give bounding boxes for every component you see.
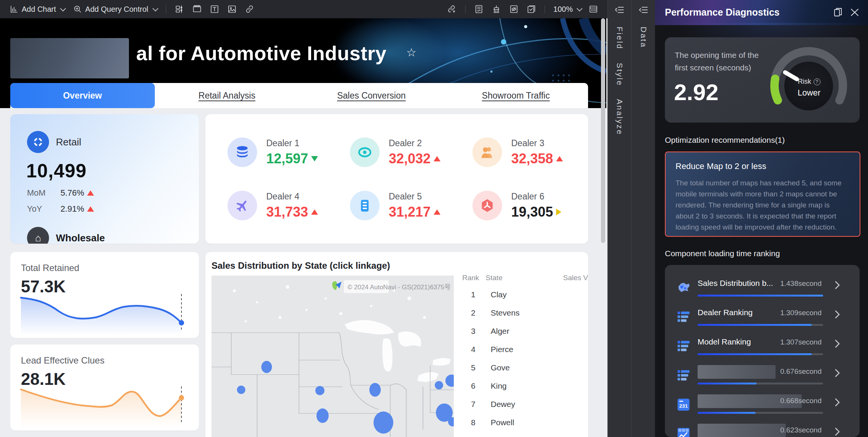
search-plus-icon: [73, 5, 82, 13]
close-icon[interactable]: [850, 7, 860, 19]
chevron-right-icon[interactable]: [835, 340, 840, 349]
performance-diagnostics-panel: Performance Diagnostics The opening time…: [655, 0, 868, 437]
dealer-2-kpi[interactable]: Dealer 2 32,032: [335, 126, 458, 179]
card-title: Lead Effective Clues: [21, 355, 199, 366]
tab-container-button[interactable]: [188, 0, 206, 18]
table-row[interactable]: 1Clay: [461, 285, 588, 304]
component-time: 1.438second: [780, 279, 822, 288]
risk-gauge: Risk? Lower: [764, 41, 854, 123]
canvas-scrollbar[interactable]: [601, 18, 605, 243]
dealer-name: Dealer 5: [389, 191, 440, 202]
panel-title: Performance Diagnostics: [665, 7, 780, 18]
chevron-right-icon[interactable]: [835, 427, 840, 437]
clean-style-button[interactable]: [488, 0, 505, 18]
list-item[interactable]: Sales Distribution b... 1.438second: [665, 273, 860, 303]
hide-component-button[interactable]: [505, 0, 523, 18]
table-row[interactable]: 9Franklin: [461, 432, 588, 437]
chevron-right-icon[interactable]: [835, 281, 840, 291]
chevron-down-icon: [60, 5, 66, 11]
airplane-icon: [227, 191, 257, 220]
rank-cell: 3: [461, 327, 485, 336]
tab-label: Overview: [63, 91, 102, 101]
first-screen-time-value: 2.92: [674, 79, 719, 105]
recommendation-card[interactable]: Reduce Map to 2 or less The total number…: [665, 152, 860, 237]
image-button[interactable]: [223, 0, 241, 18]
trend-up-icon: [311, 209, 318, 215]
tab-data[interactable]: Data: [639, 27, 648, 48]
dealer-5-kpi[interactable]: Dealer 5 31,217: [335, 179, 458, 232]
dealer-name: Dealer 4: [266, 191, 318, 202]
list-item[interactable]: 0.676second: [665, 361, 860, 391]
total-retained-card[interactable]: Total Retained 57.3K: [10, 252, 199, 338]
dealer-value: 31,217: [389, 204, 431, 220]
tab-analyze[interactable]: Analyze: [615, 99, 624, 136]
list-item[interactable]: Dealer Ranking 1.309second: [665, 303, 860, 332]
zoom-select[interactable]: 100%: [550, 5, 585, 14]
table-row[interactable]: 5Gove: [461, 359, 588, 377]
dealer-6-kpi[interactable]: Dealer 6 19,305: [458, 179, 580, 232]
chevron-right-icon[interactable]: [835, 310, 840, 320]
col-rank: Rank: [461, 274, 480, 282]
blue-sparkline: [17, 289, 192, 335]
table-row[interactable]: 7Dewey: [461, 395, 588, 413]
add-query-control-button[interactable]: Add Query Control: [69, 0, 161, 18]
tab-style[interactable]: Style: [615, 63, 624, 86]
help-icon[interactable]: ?: [814, 78, 820, 85]
favorite-star-icon[interactable]: ☆: [406, 46, 417, 59]
rank-cell: 4: [461, 345, 485, 354]
table-row[interactable]: 4Pierce: [461, 340, 588, 359]
trend-up-icon: [434, 156, 440, 161]
svg-text:231: 231: [679, 403, 688, 409]
dealer-1-kpi[interactable]: Dealer 1 12,597: [213, 126, 335, 179]
redacted-component-name: [698, 424, 786, 437]
dealer-value: 19,305: [511, 204, 553, 220]
dashboard-canvas: Add Chart Add Query Control: [0, 0, 607, 437]
list-item[interactable]: Model Ranking 1.307second: [665, 332, 860, 361]
report-theme-button[interactable]: [470, 0, 488, 18]
global-linkage-filter-button[interactable]: [443, 0, 461, 18]
state-cell: Clay: [485, 290, 542, 299]
copy-icon[interactable]: [833, 7, 843, 19]
trend-flat-icon: [556, 209, 561, 215]
batch-select-button[interactable]: [523, 0, 540, 18]
text-button[interactable]: [206, 0, 223, 18]
grid-layout-button[interactable]: [585, 0, 602, 18]
collapse-panel-icon[interactable]: [639, 5, 649, 16]
chevron-right-icon[interactable]: [835, 369, 840, 379]
first-screen-time-card: The opening time of the first screen (se…: [665, 37, 860, 123]
dealer-3-kpi[interactable]: Dealer 3 32,358: [458, 126, 580, 179]
recommendation-body: The total number of maps has reached 5, …: [676, 177, 850, 233]
tab-retail-analysis[interactable]: Retail Analysis: [155, 83, 299, 108]
dealer-name: Dealer 6: [511, 191, 561, 202]
component-settings-button[interactable]: [171, 0, 188, 18]
state-cell: King: [485, 381, 542, 391]
orange-sparkline: [17, 382, 192, 427]
col-sales: Sales V: [548, 274, 588, 282]
tab-field[interactable]: Field: [615, 27, 624, 50]
table-row[interactable]: 3Alger: [461, 322, 588, 340]
collapse-panel-icon[interactable]: [615, 5, 625, 16]
gauge-description: The opening time of the first screen (se…: [675, 49, 770, 74]
dealer-4-kpi[interactable]: Dealer 4 31,733: [213, 179, 335, 232]
tab-sales-conversion[interactable]: Sales Conversion: [299, 83, 444, 108]
table-row[interactable]: 6King: [461, 377, 588, 395]
sales-distribution-card: Sales Distribution by State (click linka…: [205, 252, 588, 437]
tab-showroom-traffic[interactable]: Showroom Traffic: [444, 83, 588, 108]
tab-label: Retail Analysis: [199, 91, 256, 101]
list-item[interactable]: 231 0.668second: [665, 391, 860, 420]
lead-effective-clues-card[interactable]: Lead Effective Clues 28.1K: [10, 344, 199, 431]
add-chart-label: Add Chart: [22, 5, 56, 14]
trend-up-icon: [87, 190, 94, 196]
tab-overview[interactable]: Overview: [10, 83, 155, 108]
link-button[interactable]: [241, 0, 258, 18]
table-row[interactable]: 2Stevens: [461, 304, 588, 322]
top-toolbar: Add Chart Add Query Control: [0, 0, 607, 18]
list-item[interactable]: 0.623second: [665, 420, 860, 437]
data-panel-strip: Data: [631, 0, 655, 437]
retail-kpi-card[interactable]: Retail 10,499 MoM5.76% YoY2.91% ⌂ Wholes…: [10, 114, 199, 244]
add-chart-button[interactable]: Add Chart: [5, 0, 69, 18]
table-row[interactable]: 8Powell: [461, 413, 588, 432]
toolbar-divider: [545, 5, 545, 13]
us-states-map[interactable]: © 2024 AutoNavi - GS(2021)6375号: [211, 276, 454, 437]
chevron-right-icon[interactable]: [835, 398, 840, 408]
